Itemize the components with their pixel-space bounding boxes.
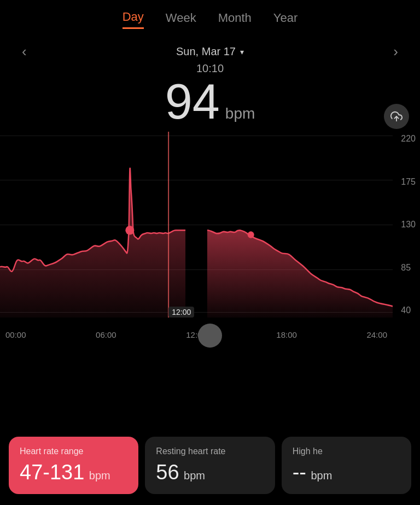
tab-week[interactable]: Week (166, 11, 196, 28)
resting-heart-rate-value: 56 (156, 461, 179, 484)
bpm-unit: bpm (225, 105, 255, 122)
y-label-130: 130 (401, 220, 416, 230)
cursor-time-label: 12:00 (168, 307, 194, 318)
high-heart-rate-label: High he (293, 447, 400, 456)
heart-rate-range-card[interactable]: Heart rate range 47-131 bpm (9, 437, 138, 494)
date-text: Sun, Mar 17 (176, 45, 236, 58)
next-day-button[interactable]: › (393, 43, 398, 60)
x-label-1800: 18:00 (276, 330, 297, 339)
bpm-display: 94 bpm (0, 77, 420, 126)
chart-y-labels: 220 175 130 85 40 (401, 132, 416, 318)
cards-row: Heart rate range 47-131 bpm Resting hear… (0, 428, 420, 505)
chart-svg-wrapper (0, 132, 393, 318)
x-label-2400: 24:00 (366, 330, 387, 339)
high-heart-rate-value-row: -- bpm (293, 461, 400, 484)
chart-cursor-dot (125, 226, 134, 234)
heart-rate-range-label: Heart rate range (20, 447, 127, 456)
resting-heart-rate-label: Resting heart rate (156, 447, 264, 456)
chart-dot-2 (248, 231, 254, 238)
resting-heart-rate-unit: bpm (184, 469, 205, 481)
heart-rate-range-value: 47-131 (20, 461, 84, 484)
y-label-85: 85 (401, 263, 416, 273)
chart-scrubber[interactable] (198, 324, 222, 348)
date-navigation: ‹ Sun, Mar 17 ▾ › (0, 45, 420, 58)
chart-svg (0, 132, 393, 318)
high-heart-rate-card[interactable]: High he -- bpm (282, 437, 411, 494)
tab-year[interactable]: Year (273, 11, 298, 28)
date-label[interactable]: Sun, Mar 17 ▾ (176, 45, 244, 58)
y-label-40: 40 (401, 306, 416, 315)
y-label-175: 175 (401, 177, 416, 187)
time-display: 10:10 (0, 62, 420, 75)
x-label-0600: 06:00 (96, 330, 116, 339)
high-heart-rate-value: -- (293, 461, 306, 484)
chart-x-labels: 00:00 06:00 12:00 18:00 24:00 (0, 330, 393, 339)
tab-day[interactable]: Day (122, 10, 144, 29)
tab-bar: Day Week Month Year (0, 0, 420, 34)
date-dropdown-icon[interactable]: ▾ (240, 48, 244, 56)
y-label-220: 220 (401, 134, 416, 144)
bpm-value: 94 (165, 77, 220, 126)
export-button[interactable] (384, 104, 409, 129)
x-label-0000: 00:00 (5, 330, 26, 339)
heart-rate-chart[interactable]: 220 175 130 85 40 (0, 132, 420, 339)
export-icon (390, 110, 402, 122)
high-heart-rate-unit: bpm (311, 469, 332, 481)
heart-rate-range-unit: bpm (89, 469, 110, 481)
tab-month[interactable]: Month (218, 11, 252, 28)
heart-rate-range-value-row: 47-131 bpm (20, 461, 127, 484)
prev-day-button[interactable]: ‹ (22, 43, 27, 60)
resting-heart-rate-card[interactable]: Resting heart rate 56 bpm (145, 437, 275, 494)
resting-heart-rate-value-row: 56 bpm (156, 461, 264, 484)
